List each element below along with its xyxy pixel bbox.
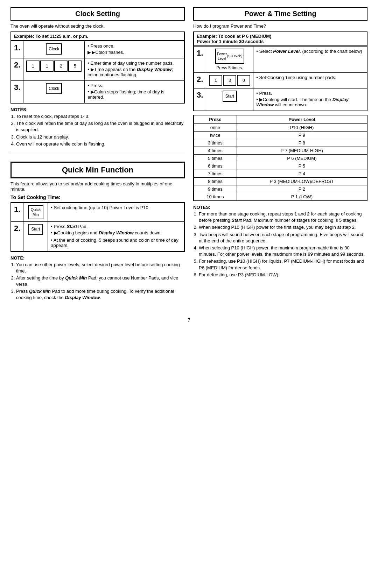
number-keys: 1 3 0: [209, 75, 250, 86]
clock-steps-table: 1. Clock Press once. ▶Colon flashes. 2. …: [10, 41, 185, 104]
note-item: Press Quick Min Pad to add more time dur…: [16, 288, 185, 301]
step-content: Set cooking time (up to 10) Power Level …: [48, 203, 184, 221]
power-level-header: Power Level: [237, 115, 367, 124]
step-icon: Start: [206, 88, 253, 111]
left-column: Clock Setting The oven will operate with…: [10, 7, 185, 307]
clock-step-2: 2. 1 1 2 5 Enter time of day using the n…: [11, 58, 184, 81]
right-column: Power & Time Setting How do I program Po…: [193, 7, 368, 307]
clock-step-3: 3. Clock Press. ▶Colon stops flashing; t…: [11, 81, 184, 104]
step-content: Set Cooking Time using number pads.: [253, 73, 367, 88]
table-row: 7 timesP 4: [194, 170, 367, 178]
table-row: 5 timesP 6 (MEDIUM): [194, 155, 367, 162]
key-0: 0: [237, 75, 250, 86]
qmf-steps-table: 1. QuickMin Set cooking time (up to 10) …: [10, 202, 185, 252]
step-number: 2.: [11, 58, 23, 81]
press-times-label: Press 5 times.: [209, 65, 250, 70]
table-row: twiceP 9: [194, 132, 367, 139]
step-content: Select Power Level. (according to the ch…: [253, 47, 367, 73]
note-item: You can use other power levels, select d…: [16, 262, 185, 274]
note-item: Oven will not operate while colon is fla…: [16, 141, 185, 147]
press-header: Press: [194, 115, 237, 124]
note-item: Clock is a 12 hour display.: [16, 134, 185, 140]
step-icon: QuickMin: [23, 203, 48, 221]
start-key: Start: [223, 91, 237, 102]
step-icon: PowerLevel(10 Levels) Press 5 times.: [206, 47, 253, 73]
start-key: Start: [28, 224, 43, 235]
step-content: Enter time of day using the number pads.…: [85, 58, 184, 81]
key-2: 2: [54, 61, 68, 72]
power-time-steps-table: 1. PowerLevel(10 Levels) Press 5 times. …: [193, 46, 368, 111]
qmf-sub-title: To Set Cooking Time:: [10, 194, 185, 200]
clock-setting-title: Clock Setting: [10, 7, 185, 21]
key-1b: 1: [40, 61, 54, 72]
step-icon: Clock: [23, 81, 85, 104]
pt-step-1: 1. PowerLevel(10 Levels) Press 5 times. …: [194, 47, 367, 73]
table-row: 10 timesP 1 (LOW): [194, 193, 367, 201]
page-number: 7: [10, 317, 368, 323]
clock-example: Example: To set 11:25 a.m. or p.m.: [10, 31, 185, 41]
power-time-example: Example: To cook at P 6 (MEDIUM)Power fo…: [193, 31, 368, 46]
table-row: 6 timesP 5: [194, 162, 367, 170]
step-content: Press. ▶Colon stops flashing; time of da…: [85, 81, 184, 104]
step-content: Press once. ▶Colon flashes.: [85, 41, 184, 58]
power-time-notes: NOTES: For more than one stage cooking, …: [193, 205, 368, 278]
power-level-key: PowerLevel(10 Levels): [215, 49, 244, 64]
table-row: onceP10 (HIGH): [194, 124, 367, 132]
table-row: 9 timesP 2: [194, 185, 367, 193]
key-3: 3: [223, 75, 236, 86]
clock-notes: NOTES: To reset the clock, repeat steps …: [10, 107, 185, 147]
step-number: 3.: [11, 81, 23, 104]
table-row: 3 timesP 8: [194, 139, 367, 147]
key-1: 1: [209, 75, 222, 86]
qmf-step-2: 2. Start Press Start Pad. ▶Cooking begin…: [11, 221, 184, 252]
power-level-table: Press Power Level onceP10 (HIGH) twiceP …: [193, 115, 368, 201]
notes-list: For more than one stage cooking, repeat …: [193, 211, 368, 278]
table-row: 8 timesP 3 (MEDIUM-LOW)/DEFROST: [194, 178, 367, 185]
page-layout: Clock Setting The oven will operate with…: [10, 7, 368, 307]
qmf-intro: This feature allows you to set and/or ad…: [10, 181, 185, 192]
power-time-title: Power & Time Setting: [193, 7, 368, 21]
clock-key-2: Clock: [46, 83, 62, 94]
step-icon: Start: [23, 221, 48, 252]
note-item: When selecting P10 (HIGH) power, the max…: [199, 245, 368, 257]
pt-step-3: 3. Start Press. ▶Cooking will start. The…: [194, 88, 367, 111]
note-item: Two beeps will sound between each stage …: [199, 232, 368, 244]
note-item: The clock will retain the time of day as…: [16, 120, 185, 133]
step-number: 1.: [194, 47, 206, 73]
note-item: To reset the clock, repeat steps 1- 3.: [16, 113, 185, 120]
clock-key: Clock: [46, 43, 62, 55]
note-item: For reheating, use P10 (HIGH) for liquid…: [199, 258, 368, 271]
number-keys: 1 1 2 5: [26, 61, 82, 72]
notes-list: To reset the clock, repeat steps 1- 3. T…: [10, 113, 185, 147]
key-5: 5: [68, 61, 82, 72]
pt-step-2: 2. 1 3 0 Set Cooking Time using number p…: [194, 73, 367, 88]
step-icon: 1 3 0: [206, 73, 253, 88]
step-number: 3.: [194, 88, 206, 111]
notes-title: NOTES:: [10, 107, 185, 112]
quick-min-title: Quick Min Function: [10, 162, 185, 178]
step-icon: Clock: [23, 41, 85, 58]
note-item: After setting the time by Quick Min Pad,…: [16, 275, 185, 288]
step-icon: 1 1 2 5: [23, 58, 85, 81]
step-number: 1.: [11, 41, 23, 58]
step-content: Press. ▶Cooking will start. The time on …: [253, 88, 367, 111]
notes-title: NOTES:: [193, 205, 368, 210]
power-time-intro: How do I program Power and Time?: [193, 23, 368, 29]
step-number: 1.: [11, 203, 23, 221]
note-item: For defrosting, use P3 (MEDIUM-LOW).: [199, 272, 368, 278]
key-1: 1: [26, 61, 40, 72]
qmf-step-1: 1. QuickMin Set cooking time (up to 10) …: [11, 203, 184, 221]
qmf-notes: NOTE: You can use other power levels, se…: [10, 255, 185, 301]
note-item: When selecting P10 (HIGH) power for the …: [199, 224, 368, 231]
step-content: Press Start Pad. ▶Cooking begins and Dis…: [48, 221, 184, 252]
table-row: 4 timesP 7 (MEDIUM-HIGH): [194, 147, 367, 155]
clock-intro: The oven will operate without setting th…: [10, 23, 185, 29]
divider: [10, 153, 185, 153]
step-number: 2.: [194, 73, 206, 88]
step-number: 2.: [11, 221, 23, 252]
note-item: For more than one stage cooking, repeat …: [199, 211, 368, 224]
quick-min-key: QuickMin: [28, 205, 43, 219]
power-table-header: Press Power Level: [194, 115, 367, 124]
note-title: NOTE:: [10, 255, 185, 261]
notes-list: You can use other power levels, select d…: [10, 262, 185, 301]
